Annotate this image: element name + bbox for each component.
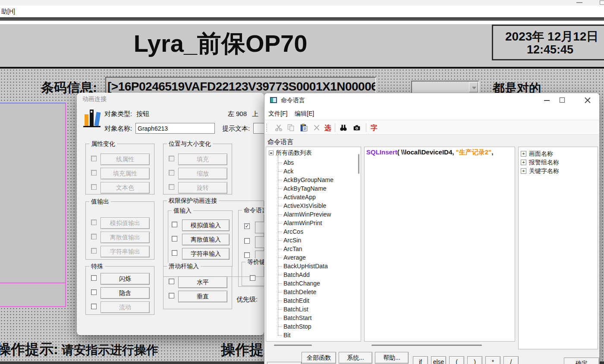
function-item[interactable]: ArcSin <box>266 236 361 245</box>
collapse-icon[interactable] <box>269 151 274 155</box>
blink-button[interactable]: 闪烁 <box>101 273 150 285</box>
function-item[interactable]: BatchStop <box>266 322 361 331</box>
line-attr-button[interactable]: 线属性 <box>101 154 150 165</box>
horizontal-button[interactable]: 水平 <box>178 276 227 288</box>
function-item[interactable]: BackUpHistData <box>266 262 361 270</box>
string-input-button[interactable]: 字符串输入 <box>182 248 230 260</box>
checkbox-cmdlang-3[interactable] <box>244 252 250 258</box>
function-item[interactable]: ActivateApp <box>266 193 361 201</box>
checkbox-blink[interactable] <box>91 275 97 281</box>
ok-button[interactable]: 确定 <box>564 358 599 364</box>
operator-button[interactable]: ( <box>449 356 464 364</box>
font-tool[interactable]: 字 <box>371 124 378 133</box>
function-item[interactable]: BatchDelete <box>266 288 361 296</box>
flow-button[interactable]: 流动 <box>101 301 150 313</box>
checkbox-discrete-in[interactable] <box>172 236 177 242</box>
discrete-output-button[interactable]: 离散值输出 <box>101 232 150 243</box>
checkbox-hide[interactable] <box>91 289 97 295</box>
names-tree-item[interactable]: 画面名称 <box>519 149 598 158</box>
checkbox-scale[interactable] <box>169 170 174 176</box>
maximize-icon[interactable] <box>560 97 565 103</box>
operator-button[interactable]: else <box>431 356 446 364</box>
discrete-input-button[interactable]: 离散值输入 <box>182 234 230 245</box>
checkbox-cmdlang-2[interactable] <box>244 238 250 244</box>
checkbox-line-attr[interactable] <box>91 156 97 161</box>
tip-text-input[interactable] <box>253 123 264 134</box>
tree-root[interactable]: 所有函数列表 <box>269 149 312 157</box>
dropdown-button[interactable] <box>469 82 478 92</box>
delete-icon[interactable] <box>313 124 321 132</box>
close-icon[interactable] <box>585 97 591 103</box>
function-item[interactable]: ActiveXIsVisible <box>266 201 361 210</box>
function-item[interactable]: BatchEdit <box>266 296 361 305</box>
operator-button[interactable]: * <box>485 356 500 364</box>
find-icon[interactable] <box>340 124 347 132</box>
function-item[interactable]: AlarmWinPrint <box>266 219 361 227</box>
partial-button[interactable] <box>267 362 302 364</box>
tree-hscrollbar[interactable] <box>274 345 312 346</box>
system-button[interactable]: 系统... <box>339 352 372 364</box>
checkbox-fill[interactable] <box>169 156 174 161</box>
minimize-icon[interactable] <box>544 100 550 101</box>
paste-icon[interactable] <box>300 124 308 132</box>
vertical-button[interactable]: 垂直 <box>178 291 227 302</box>
all-functions-button[interactable]: 全部函数 <box>302 352 336 364</box>
names-tree-panel[interactable]: 画面名称报警组名称关键字名称 <box>518 147 598 349</box>
checkbox-horizontal[interactable] <box>169 279 174 284</box>
code-editor[interactable]: SQLInsert( \\local\DeviceID4, "生产记录2", <box>364 147 515 342</box>
checkbox-vertical[interactable] <box>169 293 174 298</box>
object-name-input[interactable] <box>135 123 215 134</box>
checkbox-fill-attr[interactable] <box>91 170 97 176</box>
checkbox-string-out[interactable] <box>91 248 97 254</box>
fill-attr-button[interactable]: 填充属性 <box>101 168 150 179</box>
tree-scrollbar[interactable] <box>358 154 359 174</box>
checkbox-analog-in[interactable] <box>172 222 177 227</box>
fill-button[interactable]: 填充 <box>178 154 227 165</box>
operator-button[interactable]: / <box>503 356 519 364</box>
function-item[interactable]: BatchList <box>266 305 361 314</box>
minimize-icon[interactable] <box>576 2 582 3</box>
hide-button[interactable]: 隐含 <box>101 287 150 299</box>
canvas-dropdown[interactable] <box>411 81 479 94</box>
text-color-button[interactable]: 文本色 <box>101 182 150 194</box>
checkbox-discrete-out[interactable] <box>91 234 97 239</box>
help-menu[interactable]: 助[H] <box>1 8 15 16</box>
select-tool[interactable]: 选 <box>324 124 331 133</box>
selected-graphic-panel[interactable] <box>0 103 66 307</box>
maximize-icon[interactable] <box>600 0 604 5</box>
string-output-button[interactable]: 字符串输出 <box>101 246 150 257</box>
function-tree-panel[interactable]: 所有函数列表 AbsAckAckByGroupNameAckByTagNameA… <box>266 147 361 342</box>
checkbox-string-in[interactable] <box>172 250 177 256</box>
edit-menu[interactable]: 编辑[E] <box>295 110 314 118</box>
analog-input-button[interactable]: 模拟值输入 <box>182 220 230 231</box>
editor-hscrollbar[interactable] <box>371 345 482 346</box>
cmdlang-button-1[interactable] <box>255 222 264 233</box>
scale-button[interactable]: 缩放 <box>178 168 227 179</box>
checkbox-rotate[interactable] <box>169 184 174 190</box>
names-tree-item[interactable]: 报警组名称 <box>519 158 598 166</box>
function-item[interactable]: Abs <box>266 158 361 167</box>
checkbox-equivalent[interactable] <box>250 275 255 281</box>
analog-output-button[interactable]: 模拟值输出 <box>101 217 150 229</box>
file-menu[interactable]: 文件[F] <box>268 110 287 118</box>
help-button[interactable]: 帮助... <box>375 352 409 364</box>
operator-button[interactable]: ) <box>467 356 482 364</box>
function-item[interactable]: AckByTagName <box>266 184 361 193</box>
cut-icon[interactable] <box>275 124 283 132</box>
cmdlang-button-2[interactable] <box>255 236 264 248</box>
checkbox-analog-out[interactable] <box>91 220 97 225</box>
checkbox-cmdlang-1[interactable] <box>244 223 250 229</box>
function-item[interactable]: BatchStart <box>266 314 361 322</box>
checkbox-text-color[interactable] <box>91 184 97 190</box>
function-item[interactable]: ArcCos <box>266 227 361 236</box>
rotate-button[interactable]: 旋转 <box>178 182 227 194</box>
copy-icon[interactable] <box>287 124 295 132</box>
names-tree-item[interactable]: 关键字名称 <box>519 166 598 175</box>
camera-icon[interactable] <box>353 124 361 132</box>
function-item[interactable]: ArcTan <box>266 245 361 253</box>
operator-button[interactable]: if <box>413 356 428 364</box>
checkbox-flow[interactable] <box>91 304 97 309</box>
function-item[interactable]: BatchAdd <box>266 270 361 279</box>
function-item[interactable]: Bit <box>266 331 361 339</box>
function-item[interactable]: Average <box>266 253 361 262</box>
